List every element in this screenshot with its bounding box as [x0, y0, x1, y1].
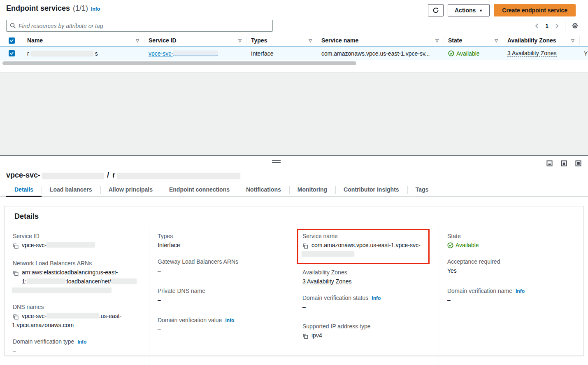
- split-panel-drag-handle-icon[interactable]: [272, 160, 281, 163]
- create-button-label: Create endpoint service: [502, 7, 567, 14]
- info-link[interactable]: Info: [372, 295, 381, 301]
- details-heading: Details: [14, 212, 574, 221]
- sort-icon[interactable]: ▽: [309, 38, 312, 43]
- redacted-text: [117, 173, 240, 179]
- details-column-4: State Available Acceptance required Yes: [439, 226, 583, 365]
- page-info-link[interactable]: Info: [91, 6, 100, 12]
- field-domain-verification-status: Domain verification status Info –: [302, 295, 429, 311]
- split-panel-size-controls: [546, 160, 581, 166]
- copy-icon[interactable]: [302, 242, 308, 251]
- field-domain-verification-name: Domain verification name Info –: [447, 288, 574, 304]
- copy-icon[interactable]: [13, 242, 19, 251]
- details-card: Details Service ID vpce-svc- Network Loa…: [4, 206, 584, 356]
- cell-state: Available: [444, 50, 503, 57]
- sort-icon[interactable]: ▽: [495, 38, 498, 43]
- horizontal-scrollbar[interactable]: [0, 60, 588, 66]
- actions-button[interactable]: Actions ▼: [448, 4, 490, 16]
- table-preferences-gear-icon[interactable]: [571, 22, 579, 30]
- panel-size-medium-icon[interactable]: [561, 160, 567, 166]
- redacted-text: [12, 288, 112, 293]
- table-row[interactable]: rs vpce-svc- Interface com.amazonaws.vpc…: [0, 47, 588, 60]
- copy-icon[interactable]: [302, 332, 308, 342]
- redacted-text: [173, 51, 218, 56]
- column-header-service-name[interactable]: Service name ▽: [317, 37, 444, 44]
- field-private-dns-name: Private DNS name –: [158, 288, 284, 304]
- pagination-divider: [565, 21, 565, 31]
- redacted-text: [46, 242, 95, 248]
- field-types: Types Interface: [158, 233, 284, 250]
- copy-icon[interactable]: [13, 313, 19, 322]
- tab-load-balancers[interactable]: Load balancers: [42, 185, 100, 197]
- search-icon: [10, 23, 16, 29]
- column-header-types[interactable]: Types ▽: [247, 37, 317, 44]
- details-column-3: Service name com.amazonaws.vpce.us-east-…: [294, 226, 439, 365]
- search-box[interactable]: [6, 20, 273, 32]
- redacted-text: [111, 278, 137, 284]
- cell-types: Interface: [247, 50, 317, 57]
- field-supported-ip: Supported IP address type ipv4: [302, 323, 429, 342]
- status-badge: Available: [456, 50, 480, 57]
- split-panel: vpce-svc- / r Details Load balancers All…: [0, 155, 588, 359]
- panel-size-small-icon[interactable]: [546, 160, 553, 166]
- field-domain-verification-value: Domain verification value Info –: [158, 317, 284, 334]
- field-service-name-highlighted: Service name com.amazonaws.vpce.us-east-…: [297, 229, 430, 264]
- scrollbar-thumb[interactable]: [2, 61, 356, 65]
- resource-count: (1/1): [73, 4, 88, 13]
- create-endpoint-service-button[interactable]: Create endpoint service: [494, 4, 576, 16]
- tab-endpoint-connections[interactable]: Endpoint connections: [161, 185, 238, 197]
- tab-contributor-insights[interactable]: Contributor Insights: [335, 185, 407, 197]
- availability-zones-popover-link[interactable]: 3 Availability Zones: [507, 50, 557, 57]
- refresh-icon: [432, 7, 439, 14]
- current-page-number[interactable]: 1: [545, 23, 548, 29]
- service-id-link[interactable]: vpce-svc-: [149, 50, 218, 57]
- status-badge: Available: [456, 241, 479, 250]
- field-acceptance-required: Acceptance required Yes: [447, 258, 574, 275]
- selected-resource-title: vpce-svc- / r: [0, 156, 588, 184]
- status-available-icon: [448, 50, 454, 56]
- field-glb-arns: Gateway Load Balancers ARNs –: [158, 258, 284, 275]
- sort-icon[interactable]: ▽: [571, 38, 574, 43]
- search-input[interactable]: [19, 23, 269, 29]
- redacted-text: [42, 173, 104, 179]
- copy-icon[interactable]: [13, 269, 19, 278]
- select-all-checkbox[interactable]: [9, 37, 15, 44]
- info-link[interactable]: Info: [225, 318, 234, 323]
- pagination: 1: [535, 21, 579, 31]
- cell-service-name: com.amazonaws.vpce.us-east-1.vpce-sv...: [317, 50, 444, 57]
- actions-button-label: Actions: [455, 7, 476, 14]
- column-header-state[interactable]: State ▽: [444, 37, 503, 44]
- sort-icon[interactable]: ▽: [435, 38, 439, 43]
- tab-monitoring[interactable]: Monitoring: [289, 185, 335, 197]
- refresh-button[interactable]: [428, 4, 444, 16]
- cell-availability-zones: 3 Availability Zones: [503, 50, 579, 57]
- field-nlb-arns: Network Load Balancers ARNs arn:aws:elas…: [13, 260, 139, 295]
- info-link[interactable]: Info: [77, 339, 86, 345]
- endpoint-services-table-panel: Endpoint services (1/1) Info Actions ▼ C…: [0, 0, 588, 73]
- tab-allow-principals[interactable]: Allow principals: [100, 185, 161, 197]
- field-dns-names: DNS names vpce-svc-.us-east- 1.vpce.amaz…: [13, 304, 139, 330]
- detail-tabs: Details Load balancers Allow principals …: [0, 185, 588, 197]
- info-link[interactable]: Info: [516, 288, 525, 294]
- column-header-availability-zones[interactable]: Availability Zones ▽: [503, 37, 579, 44]
- previous-page-button[interactable]: [535, 23, 539, 29]
- next-page-button[interactable]: [554, 23, 559, 29]
- column-header-name[interactable]: Name ▽: [23, 37, 144, 44]
- status-available-icon: [447, 242, 453, 248]
- endpoint-services-table: Name ▽ Service ID ▽ Types ▽ Service name…: [0, 34, 588, 66]
- field-domain-verification-type: Domain verification type Info –: [13, 338, 139, 355]
- tab-notifications[interactable]: Notifications: [238, 185, 289, 197]
- column-header-service-id[interactable]: Service ID ▽: [144, 37, 246, 44]
- sort-icon[interactable]: ▽: [136, 38, 139, 43]
- details-column-1: Service ID vpce-svc- Network Load Balanc…: [5, 226, 149, 365]
- column-header-partial[interactable]: A: [580, 37, 588, 44]
- cell-partial: Y: [580, 50, 588, 57]
- redacted-text: [302, 251, 354, 257]
- panel-size-large-icon[interactable]: [575, 160, 581, 166]
- chevron-down-icon: ▼: [479, 9, 483, 13]
- tab-details[interactable]: Details: [6, 185, 42, 197]
- sort-icon[interactable]: ▽: [238, 38, 242, 43]
- tab-tags[interactable]: Tags: [407, 185, 437, 197]
- availability-zones-popover-link[interactable]: 3 Availability Zones: [302, 278, 352, 285]
- row-checkbox[interactable]: [9, 50, 15, 56]
- field-state: State Available: [447, 233, 574, 250]
